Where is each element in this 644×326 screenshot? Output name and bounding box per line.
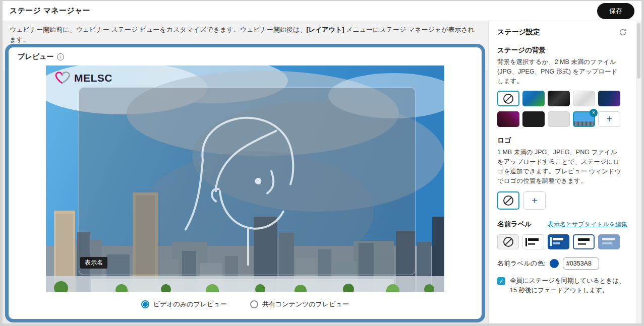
sidebar-scrollbar[interactable] <box>636 21 641 323</box>
video-placeholder-frame <box>79 87 416 276</box>
radio-video-only[interactable]: ビデオのみのプレビュー <box>141 300 227 309</box>
bg-option-dark-wave[interactable] <box>548 91 570 106</box>
ban-icon <box>503 237 513 247</box>
remove-background-icon[interactable]: × <box>590 109 598 117</box>
stage-manager-app: ステージ マネージャー 保存 ウェビナー開始前に、ウェビナー ステージ ビューを… <box>3 1 641 323</box>
plus-icon: + <box>532 195 538 207</box>
scrollbar-thumb[interactable] <box>637 23 640 79</box>
stage-logo-text: MELSC <box>74 72 112 84</box>
stage-settings-sidebar: ステージ設定 ステージの背景 背景を選択するか、2 MB 未満のファイル (JP… <box>488 21 641 323</box>
avatar-face-outline <box>171 94 323 268</box>
bg-option-red-purple[interactable] <box>497 111 519 127</box>
content: ウェビナー開始前に、ウェビナー ステージ ビューをカスタマイズできます。ウェビナ… <box>3 21 641 323</box>
name-label-color-row: 名前ラベルの色: <box>497 257 627 270</box>
bg-option-blue-green[interactable] <box>522 91 545 106</box>
bg-add-button[interactable]: + <box>598 111 620 127</box>
sync-fadeout-row: ✓ 全員にステージを同期しているときは、15 秒後にフェードアウトします。 <box>497 276 627 295</box>
banner-line1-pre: ウェビナー開始前に、ウェビナー ステージ ビューをカスタマイズできます。ウェビナ… <box>10 26 306 33</box>
name-label-heading: 名前ラベル <box>497 220 532 229</box>
save-button[interactable]: 保存 <box>597 3 634 19</box>
namelabel-option-none[interactable] <box>497 234 519 249</box>
refresh-icon[interactable] <box>618 28 627 37</box>
ban-icon <box>503 195 513 206</box>
main-area: ウェビナー開始前に、ウェビナー ステージ ビューをカスタマイズできます。ウェビナ… <box>3 21 488 323</box>
bg-option-black[interactable] <box>522 111 545 127</box>
bg-option-city-selected[interactable]: × <box>573 111 595 127</box>
stage-logo: MELSC <box>54 71 112 86</box>
info-icon[interactable]: i <box>57 53 64 60</box>
sync-fadeout-label: 全員にステージを同期しているときは、15 秒後にフェードアウトします。 <box>510 276 627 295</box>
namelabel-option-center-outlined-selected[interactable] <box>573 234 595 249</box>
window-frame: ステージ マネージャー 保存 ウェビナー開始前に、ウェビナー ステージ ビューを… <box>0 0 644 326</box>
melsc-heart-icon <box>54 71 71 86</box>
radio-video-only-label: ビデオのみのプレビュー <box>153 300 227 309</box>
display-name-tag[interactable]: 表示名 <box>80 257 107 269</box>
sidebar-title: ステージ設定 <box>497 28 540 37</box>
bg-option-light-gray[interactable] <box>548 111 570 127</box>
namelabel-option-left-filled[interactable] <box>548 234 569 249</box>
background-description: 背景を選択するか、2 MB 未満のファイル (JPG、JPEG、PNG 形式) … <box>497 57 622 86</box>
color-value-input[interactable] <box>563 257 599 270</box>
ban-icon <box>503 94 513 104</box>
preview-panel: プレビュー i <box>5 44 485 322</box>
namelabel-option-filled-translucent[interactable] <box>598 234 620 249</box>
bg-option-none[interactable] <box>497 91 519 106</box>
preview-mode-radios: ビデオのみのプレビュー 共有コンテンツのプレビュー <box>18 300 473 309</box>
logo-description: 1 MB 未満の JPG、JPEG、PNG ファイルをアップロードすることで、ス… <box>497 148 622 185</box>
page-title: ステージ マネージャー <box>10 6 90 16</box>
edit-display-name-link[interactable]: 表示名とサブタイトルを編集 <box>548 220 627 229</box>
bg-option-purple-gradient[interactable] <box>598 91 620 106</box>
plus-icon: + <box>606 113 612 125</box>
radio-shared-content-label: 共有コンテンツのプレビュー <box>262 300 349 309</box>
stage-preview: MELSC <box>46 66 444 292</box>
logo-add-button[interactable]: + <box>523 191 546 210</box>
namelabel-option-left-light[interactable] <box>522 234 544 249</box>
logo-heading: ロゴ <box>497 136 627 145</box>
logo-option-none[interactable] <box>497 191 519 210</box>
bg-option-light-wave[interactable] <box>573 91 595 106</box>
logo-options-row: + <box>497 191 627 210</box>
radio-shared-content[interactable]: 共有コンテンツのプレビュー <box>250 300 349 309</box>
banner-line1-bold: [レイアウト] <box>306 26 344 33</box>
background-heading: ステージの背景 <box>497 46 627 55</box>
background-options-row2: × + <box>497 111 627 127</box>
checkbox-checked-icon[interactable]: ✓ <box>497 277 505 285</box>
color-swatch[interactable] <box>550 259 559 268</box>
preview-title: プレビュー <box>18 52 53 61</box>
name-label-options-row <box>497 234 627 249</box>
header: ステージ マネージャー 保存 <box>3 1 641 21</box>
name-label-color-label: 名前ラベルの色: <box>497 259 546 268</box>
radio-unselected-icon <box>250 300 258 308</box>
background-options-row1 <box>497 91 627 106</box>
radio-selected-icon <box>141 300 149 308</box>
